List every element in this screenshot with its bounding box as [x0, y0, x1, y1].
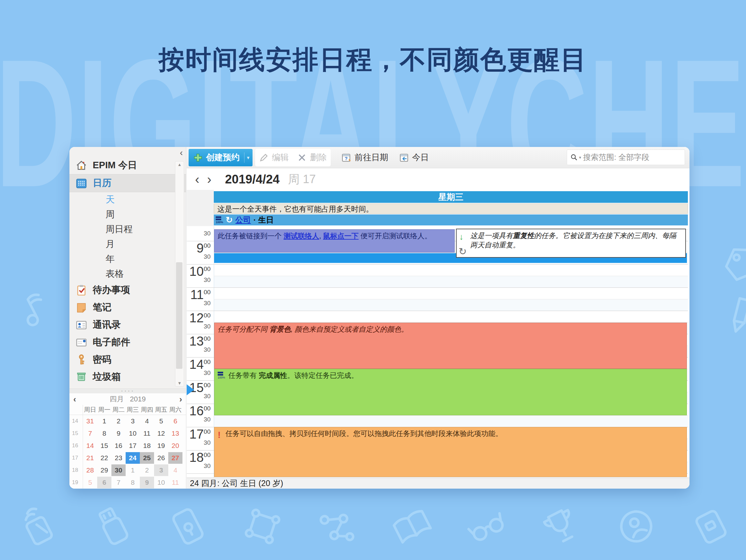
dow-label: 周二 — [111, 405, 125, 414]
minical-day-31[interactable]: 31 — [83, 415, 97, 427]
sidebar-item-contacts[interactable]: 通讯录 — [69, 316, 186, 334]
minical-day-28[interactable]: 28 — [83, 465, 97, 476]
minical-day-2[interactable]: 2 — [140, 465, 154, 476]
minical-day-24[interactable]: 24 — [125, 452, 140, 464]
sidebar-item-calendar[interactable]: 日历 — [69, 174, 186, 192]
minical-day-8[interactable]: 8 — [125, 477, 140, 488]
birthday-event[interactable]: 100% ↻ 公司 · 生日 — [214, 215, 688, 225]
prev-day-icon[interactable]: ‹ — [195, 173, 199, 186]
minical-day-8[interactable]: 8 — [97, 427, 111, 439]
minical-day-18[interactable]: 18 — [140, 440, 154, 451]
book-icon — [384, 499, 440, 554]
minical-day-26[interactable]: 26 — [154, 452, 168, 464]
time-label-hour: 900 — [197, 242, 210, 254]
minical-day-6[interactable]: 6 — [97, 477, 111, 488]
minical-day-6[interactable]: 6 — [168, 415, 182, 427]
sidebar-item-calendar-year[interactable]: 年 — [69, 252, 186, 267]
sidebar-item-calendar-week-agenda[interactable]: 周日程 — [69, 222, 186, 237]
next-month-icon[interactable]: › — [179, 393, 182, 405]
sidebar-item-calendar-day[interactable]: 天 — [69, 192, 186, 207]
sidebar-item-label: 电子邮件 — [93, 336, 130, 349]
mini-calendar-dow-row: 周日周一周二周三周四周五周六 — [69, 405, 186, 415]
minical-day-27[interactable]: 27 — [168, 452, 182, 464]
minical-day-19[interactable]: 19 — [154, 440, 168, 451]
minical-day-21[interactable]: 21 — [83, 452, 97, 464]
event-linked-task[interactable]: 此任务被链接到一个 测试联络人, 鼠标点一下 便可开启测试联络人。 — [214, 229, 455, 253]
sidebar-item-passwords[interactable]: 密码 — [69, 351, 186, 368]
minical-day-9[interactable]: 9 — [140, 477, 154, 488]
minical-day-16[interactable]: 16 — [111, 440, 125, 451]
chevron-down-icon[interactable]: ▾ — [244, 152, 251, 163]
minical-day-11[interactable]: 11 — [168, 477, 182, 488]
event-completed-task[interactable]: 100% 任务带有 完成属性。该特定任务已完成。 — [214, 369, 687, 415]
minical-day-7[interactable]: 7 — [83, 427, 97, 439]
sidebar-scrollbar[interactable]: ▲ ▼ — [175, 161, 184, 387]
minical-day-10[interactable]: 10 — [154, 477, 168, 488]
minical-day-20[interactable]: 20 — [168, 440, 182, 451]
sidebar-splitter[interactable]: ···· — [69, 389, 186, 393]
minical-day-11[interactable]: 11 — [140, 427, 154, 439]
allday-event[interactable]: 这是一个全天事件，它也有可能占用多天时间。 — [214, 203, 688, 214]
event-background-color-task[interactable]: 任务可分配不同 背景色, 颜色来自预定义或者自定义的颜色。 — [214, 323, 687, 369]
sidebar-item-todo[interactable]: 待办事项 — [69, 281, 186, 299]
minical-day-4[interactable]: 4 — [140, 415, 154, 427]
scroll-down-icon[interactable]: ▼ — [175, 381, 184, 386]
sidebar-item-trash[interactable]: 垃圾箱 — [69, 370, 186, 382]
minical-day-1[interactable]: 1 — [97, 415, 111, 427]
birthday-contact-link[interactable]: 公司 — [235, 215, 251, 225]
event-recurring-task[interactable]: ↓ ↻ 这是一项具有重复性的任务。它被设置为在接下来的三周内、每隔两天自动重复。 — [456, 229, 686, 258]
minical-day-5[interactable]: 5 — [83, 477, 97, 488]
minical-day-25[interactable]: 25 — [140, 452, 154, 464]
link-test-contact[interactable]: 测试联络人 — [284, 232, 319, 240]
prev-month-icon[interactable]: ‹ — [73, 393, 76, 405]
minical-day-10[interactable]: 10 — [125, 427, 140, 439]
minical-day-2[interactable]: 2 — [111, 415, 125, 427]
minical-day-4[interactable]: 4 — [168, 465, 182, 476]
sidebar-item-notes[interactable]: 笔记 — [69, 299, 186, 316]
mini-calendar: ‹ 四月 2019 › 周日周一周二周三周四周五周六 1431123456157… — [69, 393, 186, 488]
time-label-half: 30 — [204, 300, 210, 307]
minical-day-23[interactable]: 23 — [111, 452, 125, 464]
scrollbar-thumb[interactable] — [176, 262, 182, 369]
minical-day-14[interactable]: 14 — [83, 440, 97, 451]
event-draggable-task[interactable]: ! 任务可以自由拖拽、拷贝到任何时间段。您可以拖拽此任务到其他时段来体验此项功能… — [214, 427, 687, 477]
minical-day-3[interactable]: 3 — [154, 465, 168, 476]
sidebar-item-calendar-month[interactable]: 月 — [69, 237, 186, 252]
sidebar-item-mail[interactable]: 电子邮件 — [69, 334, 186, 351]
dow-label: 周三 — [125, 405, 140, 414]
next-day-icon[interactable]: › — [207, 173, 211, 186]
link-mouse-click[interactable]: 鼠标点一下 — [323, 232, 358, 240]
completion-icon: 100% — [216, 216, 223, 224]
minical-day-22[interactable]: 22 — [97, 452, 111, 464]
minical-day-1[interactable]: 1 — [125, 465, 140, 476]
scroll-up-icon[interactable]: ▲ — [175, 162, 184, 167]
day-column-header[interactable]: 星期三 — [214, 191, 688, 203]
minical-day-12[interactable]: 12 — [154, 427, 168, 439]
goto-date-icon: ? — [342, 153, 351, 163]
minical-day-5[interactable]: 5 — [154, 415, 168, 427]
search-box[interactable]: ▾ — [567, 149, 685, 165]
minical-day-30[interactable]: 30 — [111, 465, 125, 476]
goto-date-button[interactable]: ? 前往日期 — [342, 152, 388, 163]
event-text: 便可开启测试联络人。 — [358, 232, 431, 240]
today-button[interactable]: 今日 — [399, 152, 429, 163]
create-appointment-button[interactable]: 创建预约 ▾ — [189, 149, 253, 166]
minical-day-9[interactable]: 9 — [111, 427, 125, 439]
minical-day-15[interactable]: 15 — [97, 440, 111, 451]
minical-day-3[interactable]: 3 — [125, 415, 140, 427]
minical-day-29[interactable]: 29 — [97, 465, 111, 476]
sidebar-item-calendar-week[interactable]: 周 — [69, 207, 186, 222]
sidebar-item-epim-today[interactable]: EPIM 今日 — [69, 157, 186, 174]
time-grid[interactable]: 3090030100030110030120030130030140030150… — [186, 226, 688, 478]
minical-day-7[interactable]: 7 — [111, 477, 125, 488]
search-input[interactable] — [582, 152, 681, 162]
minical-day-13[interactable]: 13 — [168, 427, 182, 439]
edit-button[interactable]: 编辑 — [259, 152, 289, 163]
sidebar-collapse-icon[interactable]: ‹ — [180, 148, 183, 157]
minical-day-17[interactable]: 17 — [125, 440, 140, 451]
sidebar-item-calendar-table[interactable]: 表格 — [69, 267, 186, 281]
note-icon — [75, 301, 88, 314]
toolbar: 创建预约 ▾ 编辑 删除 ? 前往日期 — [186, 147, 689, 168]
delete-button[interactable]: 删除 — [297, 152, 327, 163]
chevron-down-icon[interactable]: ▾ — [579, 155, 581, 160]
